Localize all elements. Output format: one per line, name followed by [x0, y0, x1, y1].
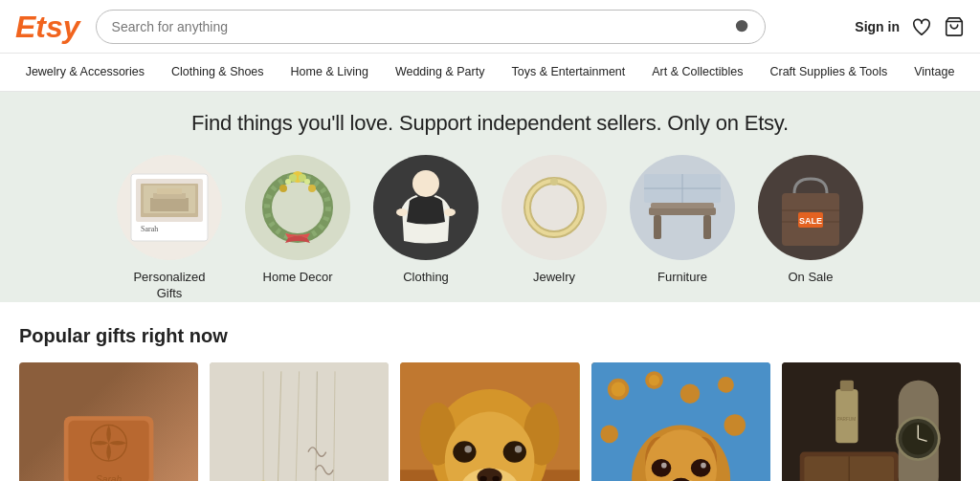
product-image-5: TA PARFUM [782, 362, 961, 481]
category-jewelry-image [501, 155, 607, 260]
wishlist-button[interactable] [911, 16, 932, 37]
svg-point-15 [304, 179, 310, 185]
sign-in-button[interactable]: Sign in [855, 19, 900, 34]
category-clothing-image [373, 155, 479, 260]
nav-item-toys[interactable]: Toys & Entertainment [498, 54, 638, 91]
svg-rect-102 [840, 381, 854, 391]
svg-point-75 [718, 377, 734, 393]
nav-item-home[interactable]: Home & Living [278, 54, 382, 91]
svg-text:Sarah: Sarah [96, 474, 122, 481]
jewelry-illustration [501, 155, 607, 260]
hero-banner: Find things you'll love. Support indepen… [0, 92, 980, 302]
nav-item-vintage[interactable]: Vintage [901, 54, 968, 91]
category-personalized-image: Sarah [117, 155, 222, 260]
nav-item-clothing[interactable]: Clothing & Shoes [158, 54, 278, 91]
nav-item-craft[interactable]: Craft Supplies & Tools [756, 54, 901, 91]
category-furniture[interactable]: Furniture [630, 155, 735, 302]
svg-point-9 [267, 177, 328, 238]
svg-point-19 [396, 208, 408, 216]
svg-point-74 [679, 383, 700, 404]
svg-point-66 [465, 446, 472, 452]
svg-point-18 [412, 170, 439, 197]
header-actions: Sign in [855, 16, 965, 37]
svg-point-67 [515, 446, 522, 452]
cart-button[interactable] [944, 16, 965, 37]
product-5-illustration: TA PARFUM [782, 362, 961, 481]
search-input[interactable] [97, 11, 721, 42]
product-card-2[interactable] [210, 362, 389, 481]
svg-point-71 [611, 382, 625, 396]
cart-icon [944, 16, 965, 37]
svg-rect-7 [157, 188, 182, 194]
product-image-1: Sarah [19, 362, 198, 481]
category-onsale-label: On Sale [789, 270, 834, 286]
nav-item-wedding[interactable]: Wedding & Party [382, 54, 499, 91]
svg-point-86 [661, 463, 667, 469]
nav-item-jewelry[interactable]: Jewelry & Accessories [12, 54, 158, 91]
svg-point-20 [444, 208, 456, 216]
svg-point-22 [527, 181, 581, 234]
clothing-illustration [373, 155, 479, 260]
category-homedecor-label: Home Decor [263, 270, 333, 286]
product-1-illustration: Sarah [19, 362, 198, 481]
product-image-3 [400, 362, 579, 481]
heart-icon [911, 16, 932, 37]
product-3-illustration [400, 362, 579, 481]
svg-rect-25 [654, 215, 661, 239]
product-2-illustration [210, 362, 389, 481]
svg-point-77 [724, 414, 745, 435]
search-bar [96, 10, 766, 44]
product-card-1[interactable]: Sarah [19, 362, 198, 481]
onsale-illustration: SALE [758, 155, 863, 260]
svg-point-17 [308, 185, 316, 192]
svg-point-76 [600, 425, 618, 443]
personalized-illustration: Sarah [117, 155, 222, 260]
svg-point-73 [649, 375, 659, 385]
svg-point-85 [691, 459, 711, 477]
svg-text:PARFUM: PARFUM [837, 417, 856, 422]
category-personalized[interactable]: Sarah PersonalizedGifts [117, 155, 222, 302]
category-jewelry-label: Jewelry [533, 270, 575, 286]
category-jewelry[interactable]: Jewelry [501, 155, 607, 302]
svg-point-23 [550, 178, 558, 186]
svg-point-64 [454, 441, 477, 462]
svg-point-65 [503, 441, 526, 462]
main-nav: Jewelry & Accessories Clothing & Shoes H… [0, 54, 980, 92]
product-card-5[interactable]: TA PARFUM [782, 362, 961, 481]
svg-rect-24 [649, 208, 716, 215]
svg-point-87 [701, 463, 706, 469]
header: Etsy Sign in [0, 0, 980, 54]
product-card-3[interactable] [400, 362, 579, 481]
category-furniture-image [630, 155, 735, 260]
product-image-4 [591, 362, 770, 481]
product-card-4[interactable] [591, 362, 770, 481]
category-furniture-label: Furniture [657, 270, 707, 286]
svg-point-14 [285, 179, 291, 185]
product-image-2 [210, 362, 389, 481]
search-icon [734, 18, 751, 35]
popular-section: Popular gifts right now Sarah [0, 302, 980, 481]
category-onsale-image: SALE [758, 155, 863, 260]
category-homedecor[interactable]: Home Decor [245, 155, 350, 302]
category-clothing[interactable]: Clothing [373, 155, 479, 302]
products-row: Sarah [19, 362, 961, 481]
svg-text:SALE: SALE [799, 216, 822, 226]
svg-rect-26 [703, 215, 711, 239]
etsy-logo[interactable]: Etsy [15, 11, 80, 42]
category-homedecor-image [245, 155, 350, 260]
hero-tagline: Find things you'll love. Support indepen… [15, 111, 965, 136]
svg-text:Sarah: Sarah [141, 225, 158, 233]
popular-title: Popular gifts right now [19, 325, 961, 347]
category-clothing-label: Clothing [403, 270, 449, 286]
homedecor-illustration [245, 155, 350, 260]
svg-point-84 [651, 459, 671, 477]
categories-row: Sarah PersonalizedGifts [15, 155, 965, 302]
furniture-illustration [630, 155, 735, 260]
svg-rect-5 [150, 198, 189, 211]
nav-item-art[interactable]: Art & Collectibles [638, 54, 756, 91]
category-personalized-label: PersonalizedGifts [133, 270, 205, 302]
product-4-illustration [591, 362, 770, 481]
category-onsale[interactable]: SALE On Sale [758, 155, 863, 302]
svg-rect-27 [651, 203, 714, 208]
search-button[interactable] [721, 11, 765, 43]
